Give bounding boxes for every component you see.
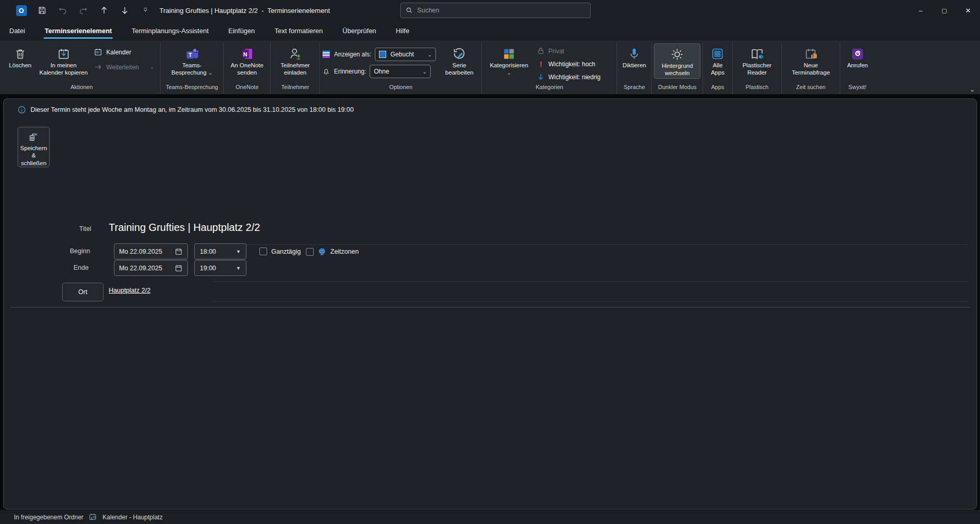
all-apps-icon — [711, 46, 724, 62]
search-icon — [406, 7, 413, 14]
ribbon-group-swyxit: Anrufen Swyxit! — [840, 42, 874, 94]
customize-qat-chevron-icon[interactable] — [139, 4, 152, 17]
onenote-icon: N — [240, 46, 254, 62]
move-up-icon[interactable] — [97, 4, 111, 17]
beginn-time-field[interactable]: 18:00 ▼ — [194, 243, 246, 259]
an-onenote-senden-button[interactable]: N An OneNote senden — [226, 43, 268, 78]
calendar-picker-icon[interactable] — [174, 248, 183, 256]
erinnerung-label: Erinnerung: — [334, 68, 366, 75]
ribbon-group-plastisch: Plastischer Reader Plastisch — [733, 42, 782, 94]
ribbon: Löschen In meinen Kalender kopieren Kale… — [0, 40, 980, 94]
speichern-schliessen-button[interactable]: Speichern & schließen — [18, 127, 50, 167]
zeitzonen-checkbox[interactable] — [306, 248, 314, 256]
tab-text-formatieren[interactable]: Text formatieren — [273, 21, 324, 40]
search-box[interactable] — [400, 3, 591, 18]
info-icon — [18, 106, 26, 114]
ende-date-field[interactable]: Mo 22.09.2025 — [114, 260, 188, 276]
kategorisieren-button[interactable]: Kategorisieren⌄ — [484, 43, 534, 78]
ort-button[interactable]: Ort — [62, 283, 104, 301]
calendar-copy-icon — [57, 46, 70, 62]
move-down-icon[interactable] — [118, 4, 131, 17]
privat-button: Privat — [535, 46, 615, 56]
anrufen-button[interactable]: Anrufen — [842, 43, 872, 70]
zeitzonen-label: Zeitzonen — [330, 248, 359, 255]
immersive-reader-icon — [750, 46, 764, 62]
ribbon-group-aktionen: Löschen In meinen Kalender kopieren Kale… — [3, 42, 160, 94]
ribbon-group-kategorien: Kategorisieren⌄ Privat ! Wichtigkeit: ho… — [482, 42, 617, 94]
alle-apps-button[interactable]: Alle Apps — [705, 43, 730, 78]
window-title: Training Grufties | Hauptplatz 2/2 - Ter… — [159, 7, 330, 14]
sun-icon — [670, 46, 684, 63]
low-importance-icon — [537, 73, 545, 81]
group-label-teams: Teams-Besprechung — [163, 84, 221, 94]
group-label-teilnehmer: Teilnehmer — [273, 84, 317, 94]
loeschen-button[interactable]: Löschen — [5, 43, 35, 70]
calendar-back-icon — [94, 48, 103, 56]
folder-state-text: In freigegebenem Ordner — [14, 514, 83, 521]
ganztaegig-label: Ganztägig — [271, 248, 301, 255]
chevron-down-icon: ⌄ — [422, 69, 427, 75]
beginn-label: Beginn — [70, 248, 90, 255]
outlook-app-icon: O — [14, 4, 28, 17]
calendar-picker-icon[interactable] — [174, 264, 183, 272]
ribbon-collapse-chevron[interactable]: ⌄ — [970, 86, 975, 93]
group-label-swyxit: Swyxit! — [842, 84, 872, 94]
person-add-icon — [288, 46, 302, 62]
ende-time-field[interactable]: 19:00 ▼ — [194, 260, 246, 276]
teilnehmer-einladen-button[interactable]: Teilnehmer einladen — [273, 43, 317, 78]
search-input[interactable] — [417, 7, 585, 14]
ende-label: Ende — [74, 264, 89, 271]
save-icon[interactable] — [35, 4, 49, 17]
chevron-down-icon: ⌄ — [428, 52, 432, 57]
tab-terminserienelement[interactable]: Terminserienelement — [43, 21, 113, 40]
group-label-aktionen: Aktionen — [5, 84, 158, 94]
wichtigkeit-hoch-button[interactable]: ! Wichtigkeit: hoch — [535, 59, 615, 69]
recurrence-info-text: Dieser Termin steht jede Woche am Montag… — [31, 106, 354, 113]
tab-datei[interactable]: Datei — [8, 21, 26, 40]
ribbon-group-dunkler-modus: Hintergrund wechseln Dunkler Modus — [652, 42, 703, 94]
appointment-form: Dieser Termin steht jede Woche am Montag… — [3, 98, 977, 510]
ribbon-group-zeit-suchen: Neue Terminabfrage Zeit suchen — [782, 42, 840, 94]
neue-terminabfrage-button[interactable]: Neue Terminabfrage — [784, 43, 838, 78]
weiterleiten-button: Weiterleiten ⌄ — [92, 62, 158, 72]
diktieren-button[interactable]: Diktieren — [619, 43, 649, 70]
redo-icon — [77, 4, 90, 17]
meeting-poll-icon — [804, 46, 818, 62]
wichtigkeit-niedrig-button[interactable]: Wichtigkeit: niedrig — [535, 72, 615, 82]
titel-value[interactable]: Training Grufties | Hauptplatz 2/2 — [109, 222, 260, 234]
tab-hilfe[interactable]: Hilfe — [395, 21, 411, 40]
serie-bearbeiten-button[interactable]: Serie bearbeiten — [439, 43, 479, 78]
maximize-button[interactable]: ▢ — [932, 0, 956, 21]
trash-icon — [14, 46, 26, 62]
statusbar: In freigegebenem Ordner Kalender - Haupt… — [0, 510, 980, 524]
svg-text:N: N — [243, 51, 247, 57]
tab-terminplanungs-assistent[interactable]: Terminplanungs-Assistent — [130, 21, 210, 40]
beginn-date-field[interactable]: Mo 22.09.2025 — [114, 243, 188, 259]
group-label-kategorien: Kategorien — [484, 84, 615, 94]
plastischer-reader-button[interactable]: Plastischer Reader — [735, 43, 779, 78]
minimize-button[interactable]: – — [909, 0, 932, 21]
folder-name-text: Kalender - Hauptplatz — [103, 514, 163, 521]
in-meinen-kalender-kopieren-button[interactable]: In meinen Kalender kopieren — [36, 43, 91, 78]
tab-einfuegen[interactable]: Einfügen — [227, 21, 256, 40]
bell-icon — [322, 67, 330, 76]
tab-ueberpruefen[interactable]: Überprüfen — [342, 21, 377, 40]
titlebar: O Training Grufties | Hauptplatz 2/2 - T… — [0, 0, 980, 21]
group-label-apps: Apps — [705, 84, 730, 94]
erinnerung-dropdown[interactable]: Ohne ⌄ — [370, 65, 431, 78]
group-label-dunkler-modus: Dunkler Modus — [654, 84, 700, 94]
zeitzonen-checkbox-row[interactable]: Zeitzonen — [306, 248, 359, 256]
ganztaegig-checkbox-row[interactable]: Ganztägig — [259, 248, 301, 255]
ribbon-group-sprache: Diktieren Sprache — [617, 42, 652, 94]
anzeigen-als-dropdown[interactable]: Gebucht ⌄ — [375, 48, 436, 61]
ort-link[interactable]: Hauptplatz 2/2 — [109, 287, 151, 294]
microphone-icon — [627, 46, 641, 62]
kalender-button[interactable]: Kalender — [92, 47, 158, 57]
show-as-icon — [322, 50, 330, 59]
teams-besprechung-button[interactable]: T Teams- Besprechung ⌄ — [168, 43, 216, 78]
ganztaegig-checkbox[interactable] — [259, 248, 267, 255]
globe-icon — [318, 248, 326, 256]
close-button[interactable]: ✕ — [956, 0, 980, 21]
shared-calendar-icon — [89, 513, 97, 521]
hintergrund-wechseln-button[interactable]: Hintergrund wechseln — [654, 43, 700, 79]
